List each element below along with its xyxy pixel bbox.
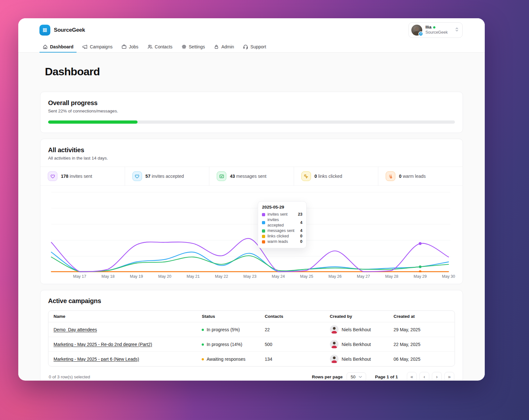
- creator-name: Niels Berkhout: [342, 342, 371, 347]
- lock-icon: [214, 44, 219, 49]
- sourcegeek-badge-icon: [418, 31, 423, 36]
- progress-bar-fill: [48, 120, 138, 124]
- contacts-count: 134: [260, 352, 325, 366]
- atom-logo-icon: [39, 25, 50, 36]
- online-status-dot: [433, 26, 435, 29]
- table-footer: 0 of 3 row(s) selected Rows per page 50 …: [48, 366, 455, 380]
- tooltip-row: invites sent23: [262, 212, 302, 217]
- col-contacts: Contacts: [260, 311, 325, 322]
- table-row[interactable]: Marketing - May 2025 - Re-do 2nd degree …: [48, 337, 455, 352]
- campaign-link[interactable]: Marketing - May 2025 - Re-do 2nd degree …: [54, 342, 152, 347]
- series-swatch: [262, 240, 265, 243]
- nav-item-dashboard[interactable]: Dashboard: [39, 42, 77, 52]
- stat-messages-sent: 43messages sent: [209, 167, 294, 185]
- table-row[interactable]: Marketing - May 2025 - part 6 (New Leads…: [48, 352, 455, 366]
- chart-tooltip: 2025-05-29 invites sent23 invites accept…: [258, 201, 306, 248]
- megaphone-icon: [82, 44, 88, 49]
- tooltip-date: 2025-05-29: [262, 205, 302, 210]
- overall-progress-card: Overall progress Sent 22% of connections…: [40, 92, 463, 133]
- rows-selected-text: 0 of 3 row(s) selected: [49, 375, 90, 379]
- creator-avatar: [330, 355, 339, 363]
- creator-name: Niels Berkhout: [342, 357, 371, 362]
- double-chevron-left-icon: «: [410, 374, 413, 379]
- creator-name: Niels Berkhout: [342, 327, 371, 332]
- users-icon: [147, 44, 153, 49]
- pagination-next-button[interactable]: ›: [432, 372, 442, 380]
- series-swatch: [262, 229, 265, 233]
- col-created-by: Created by: [325, 311, 389, 322]
- status-text: In progress (5%): [206, 327, 239, 332]
- rows-per-page-select[interactable]: 50: [347, 372, 366, 380]
- all-activities-card: All activities All activities in the las…: [40, 139, 463, 284]
- pagination-last-button[interactable]: »: [444, 372, 454, 380]
- status-text: Awaiting responses: [206, 357, 245, 362]
- all-activities-title: All activities: [48, 146, 455, 154]
- progress-bar: [48, 120, 455, 124]
- contacts-count: 500: [260, 337, 325, 352]
- campaign-link[interactable]: Demo_Day attendees: [54, 327, 97, 332]
- series-swatch: [262, 213, 265, 216]
- headset-icon: [243, 44, 248, 49]
- series-swatch: [262, 235, 265, 238]
- status-dot: [202, 329, 204, 331]
- status-dot: [202, 343, 204, 346]
- briefcase-icon: [122, 44, 127, 49]
- pagination-prev-button[interactable]: ‹: [419, 372, 429, 380]
- warm-leads-icon: [386, 171, 395, 181]
- status-dot: [202, 358, 204, 360]
- activity-stats-row: 178invites sent 57invites accepted: [40, 167, 463, 186]
- messages-sent-icon: [217, 171, 226, 181]
- rows-per-page-label: Rows per page: [312, 375, 343, 379]
- activity-chart: [40, 192, 463, 272]
- contacts-count: 22: [260, 322, 325, 337]
- app-window: SourceGeek Ilia: [18, 18, 485, 381]
- user-name: Ilia: [425, 25, 432, 30]
- nav-item-contacts[interactable]: Contacts: [144, 42, 176, 52]
- gear-icon: [181, 44, 187, 49]
- creator-avatar: [330, 325, 339, 334]
- main-content: Dashboard Overall progress Sent 22% of c…: [18, 53, 485, 380]
- activity-chart-area: May 17May 18May 19May 20May 21May 22May …: [40, 186, 463, 284]
- invites-sent-icon: [48, 171, 57, 181]
- home-icon: [43, 44, 48, 49]
- chevron-up-down-icon: [455, 27, 459, 33]
- main-nav: Dashboard Campaigns Jobs Contacts S: [18, 42, 485, 53]
- tooltip-row: warm leads0: [262, 239, 302, 244]
- user-org: SourceGeek: [425, 30, 451, 35]
- overall-progress-title: Overall progress: [48, 99, 455, 107]
- col-name: Name: [48, 311, 197, 322]
- tooltip-row: invites accepted4: [262, 217, 302, 228]
- stat-warm-leads: 0warm leads: [378, 167, 463, 185]
- top-bar: SourceGeek Ilia: [18, 18, 485, 42]
- table-row[interactable]: Demo_Day attendees In progress (5%) 22 N…: [48, 322, 455, 337]
- page-title: Dashboard: [40, 53, 463, 78]
- stat-invites-accepted: 57invites accepted: [125, 167, 210, 185]
- chevron-right-icon: ›: [436, 374, 438, 379]
- all-activities-subtitle: All activities in the last 14 days.: [48, 156, 455, 161]
- created-at: 06 May, 2025: [388, 352, 455, 366]
- created-at: 29 May, 2025: [388, 322, 455, 337]
- nav-item-support[interactable]: Support: [240, 42, 269, 52]
- double-chevron-right-icon: »: [448, 374, 450, 379]
- col-created-at: Created at: [388, 311, 455, 322]
- nav-item-settings[interactable]: Settings: [178, 42, 208, 52]
- stat-invites-sent: 178invites sent: [40, 167, 125, 185]
- status-text: In progress (14%): [206, 342, 242, 347]
- stat-links-clicked: 0links clicked: [294, 167, 379, 185]
- col-status: Status: [197, 311, 259, 322]
- invites-accepted-icon: [132, 171, 142, 181]
- campaign-link[interactable]: Marketing - May 2025 - part 6 (New Leads…: [54, 357, 139, 362]
- nav-item-campaigns[interactable]: Campaigns: [79, 42, 116, 52]
- user-menu-button[interactable]: Ilia SourceGeek: [408, 22, 463, 38]
- overall-progress-subtitle: Sent 22% of connections/messages.: [48, 109, 455, 113]
- creator-avatar: [330, 340, 339, 349]
- tooltip-row: links clicked0: [262, 234, 302, 239]
- nav-item-jobs[interactable]: Jobs: [118, 42, 142, 52]
- created-at: 22 May, 2025: [388, 337, 455, 352]
- chart-x-axis-labels: May 17May 18May 19May 20May 21May 22May …: [40, 274, 463, 281]
- links-clicked-icon: [301, 171, 311, 181]
- nav-item-admin[interactable]: Admin: [211, 42, 237, 52]
- pagination-first-button[interactable]: «: [407, 372, 417, 380]
- campaigns-table: Name Status Contacts Created by Created …: [48, 310, 455, 366]
- page-info: Page 1 of 1: [375, 375, 398, 379]
